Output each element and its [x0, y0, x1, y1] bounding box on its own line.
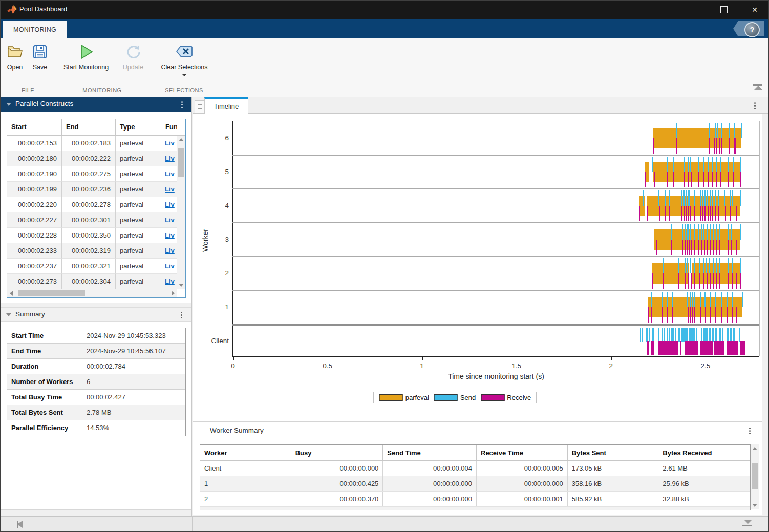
table-row[interactable]: 00:00:02.23300:00:02.319parfevalLiv [7, 243, 177, 259]
function-link[interactable]: Liv [165, 278, 175, 285]
table-row[interactable]: 200:00:00.37000:00:00.00000:00:00.001585… [200, 492, 750, 507]
clear-selections-icon [175, 43, 194, 60]
panel-splitter[interactable] [191, 97, 192, 516]
parfeval-bar[interactable] [647, 196, 740, 216]
scroll-down-button[interactable] [751, 501, 759, 509]
hscroll-thumb[interactable] [18, 290, 85, 296]
table-row[interactable]: 00:00:02.18000:00:02.222parfevalLiv [7, 151, 177, 166]
send-tick [716, 157, 717, 172]
collapse-bottom-panel-button[interactable] [742, 520, 754, 529]
y-tick-label: 6 [202, 134, 229, 142]
function-link[interactable]: Liv [165, 170, 175, 178]
column-header-start[interactable]: Start [7, 119, 62, 135]
summary-header[interactable]: Summary [0, 307, 191, 322]
tab-timeline[interactable]: Timeline [204, 97, 248, 114]
scroll-up-button[interactable] [177, 136, 185, 144]
help-button[interactable]: ? [744, 22, 760, 37]
function-link[interactable]: Liv [165, 201, 175, 208]
summary-row: Total Bytes Sent2.78 MB [7, 405, 185, 420]
receive-tick [729, 138, 730, 154]
maximize-button[interactable] [710, 0, 738, 19]
column-header-bytes-received[interactable]: Bytes Received [658, 445, 750, 460]
table-row[interactable]: 00:00:02.15300:00:02.183parfevalLiv [7, 136, 177, 151]
function-link[interactable]: Liv [165, 155, 175, 162]
constructs-hscrollbar[interactable] [7, 289, 177, 297]
worker-summary-menu-button[interactable] [745, 426, 754, 435]
worker-summary-vscrollbar[interactable] [751, 444, 759, 509]
save-button[interactable]: Save [29, 43, 51, 71]
parallel-constructs-title: Parallel Constructs [15, 100, 73, 108]
status-bar [0, 516, 769, 532]
table-row[interactable]: 00:00:02.22700:00:02.301parfevalLiv [7, 212, 177, 228]
close-button[interactable]: ✕ [740, 0, 769, 19]
vscroll-thumb[interactable] [178, 148, 184, 177]
table-row[interactable]: 00:00:02.22800:00:02.350parfevalLiv [7, 228, 177, 243]
collapse-ribbon-button[interactable] [753, 84, 764, 93]
legend-item: Send [434, 394, 476, 401]
table-row[interactable]: 00:00:02.19900:00:02.236parfevalLiv [7, 182, 177, 197]
panel-collapse-icon[interactable] [6, 103, 11, 106]
summary-value: 6 [82, 374, 185, 389]
column-header-type[interactable]: Type [116, 119, 161, 135]
table-row[interactable]: 00:00:02.19000:00:02.275parfevalLiv [7, 166, 177, 182]
column-header-worker[interactable]: Worker [200, 445, 291, 460]
parfeval-bar[interactable] [652, 263, 689, 284]
send-tick [694, 292, 695, 307]
send-tick [676, 123, 677, 138]
function-link[interactable]: Liv [165, 139, 175, 147]
send-tick [732, 190, 733, 206]
parfeval-bar[interactable] [652, 297, 742, 317]
scroll-left-button[interactable] [7, 289, 15, 297]
x-tick [422, 357, 423, 360]
receive-tick [694, 206, 695, 221]
receive-tick [669, 206, 670, 221]
cell-worker: 1 [200, 476, 291, 491]
send-tick [728, 258, 729, 273]
parallel-constructs-menu-button[interactable] [178, 100, 186, 109]
tab-monitoring[interactable]: MONITORING [3, 21, 67, 38]
collapse-left-panel-button[interactable] [17, 520, 28, 528]
column-header-busy[interactable]: Busy [291, 445, 383, 460]
dropdown-caret-icon [182, 74, 187, 76]
table-row[interactable]: 00:00:02.27300:00:02.304parfevalLiv [7, 274, 177, 289]
send-tick [710, 224, 711, 240]
table-row[interactable]: 100:00:00.42500:00:00.00000:00:00.000358… [200, 476, 750, 492]
parallel-constructs-header[interactable]: Parallel Constructs [0, 97, 192, 112]
constructs-vscrollbar[interactable] [177, 136, 185, 289]
cell-busy: 00:00:00.000 [291, 461, 383, 476]
start-monitoring-button[interactable]: Start Monitoring [57, 43, 115, 71]
table-row[interactable]: Client00:00:00.00000:00:00.00400:00:00.0… [200, 461, 750, 476]
receive-tick [703, 273, 704, 289]
cell-function: Liv [161, 151, 177, 166]
open-button[interactable]: Open [3, 43, 27, 71]
function-link[interactable]: Liv [165, 247, 175, 254]
receive-tick [701, 240, 702, 255]
column-header-bytes-sent[interactable]: Bytes Sent [568, 445, 659, 460]
collapse-ribbon-icon [753, 84, 762, 86]
function-link[interactable]: Liv [165, 231, 175, 239]
scroll-right-button[interactable] [169, 289, 177, 297]
column-header-send-time[interactable]: Send Time [383, 445, 477, 460]
scroll-down-button[interactable] [177, 281, 185, 289]
function-link[interactable]: Liv [165, 185, 175, 193]
function-link[interactable]: Liv [165, 216, 175, 224]
scroll-up-button[interactable] [751, 444, 759, 453]
tab-drag-handle[interactable] [195, 100, 205, 113]
summary-menu-button[interactable] [177, 310, 185, 320]
column-header-fun[interactable]: Fun [161, 119, 177, 135]
function-link[interactable]: Liv [165, 262, 175, 270]
column-header-end[interactable]: End [62, 119, 116, 135]
group-separator [152, 41, 152, 93]
send-tick [694, 190, 695, 206]
minimize-button[interactable] [679, 0, 708, 19]
send-tick [716, 328, 717, 342]
panel-collapse-icon[interactable] [6, 313, 11, 316]
table-row[interactable]: 00:00:02.22000:00:02.278parfevalLiv [7, 197, 177, 212]
timeline-menu-button[interactable] [751, 101, 759, 110]
receive-tick [736, 273, 737, 289]
table-row[interactable]: 00:00:02.23700:00:02.321parfevalLiv [7, 259, 177, 274]
column-header-receive-time[interactable]: Receive Time [477, 445, 568, 460]
clear-selections-button[interactable]: Clear Selections [156, 43, 212, 76]
vscroll-thumb[interactable] [752, 463, 758, 489]
x-axis-title: Time since monitoring start (s) [448, 372, 544, 380]
